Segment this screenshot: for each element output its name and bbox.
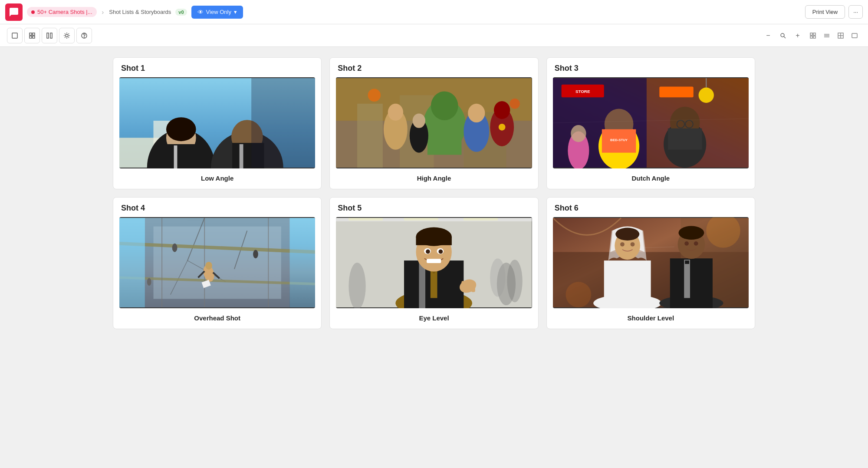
- svg-point-142: [684, 241, 689, 246]
- column-tool-button[interactable]: [42, 28, 57, 43]
- svg-point-61: [698, 88, 713, 103]
- svg-rect-5: [47, 33, 49, 38]
- svg-point-135: [630, 242, 635, 247]
- shot-title-shot1: Shot 1: [113, 58, 321, 77]
- svg-point-107: [507, 260, 523, 302]
- shot-card-shot4[interactable]: Shot 4: [113, 197, 322, 329]
- shot-title-shot6: Shot 6: [547, 198, 755, 217]
- svg-rect-13: [813, 33, 815, 35]
- svg-rect-12: [810, 33, 812, 35]
- view-mode-rows-button[interactable]: [806, 30, 819, 42]
- view-only-button[interactable]: 👁 View Only ▾: [191, 6, 243, 19]
- svg-point-45: [388, 104, 403, 121]
- header-right: Print View ···: [805, 5, 863, 19]
- svg-rect-78: [153, 227, 281, 299]
- chevron-down-icon: ▾: [234, 9, 237, 15]
- shot-label-shot6: Shoulder Level: [547, 308, 755, 329]
- svg-point-94: [147, 278, 151, 286]
- svg-rect-14: [810, 36, 812, 38]
- svg-rect-6: [50, 33, 52, 38]
- svg-point-134: [620, 242, 625, 247]
- breadcrumb-separator: ›: [102, 9, 104, 16]
- svg-rect-97: [289, 218, 315, 307]
- help-tool-button[interactable]: [76, 28, 92, 43]
- svg-rect-35: [251, 78, 315, 168]
- svg-rect-69: [668, 129, 702, 150]
- svg-rect-126: [471, 282, 475, 292]
- svg-rect-28: [166, 144, 196, 168]
- zoom-out-button[interactable]: −: [762, 30, 774, 42]
- svg-rect-15: [813, 36, 815, 38]
- zoom-in-button[interactable]: +: [792, 30, 804, 42]
- shot-card-shot6[interactable]: Shot 6: [546, 197, 755, 329]
- svg-text:STORE: STORE: [575, 89, 590, 94]
- shot-card-shot1[interactable]: Shot 1 Low Angle: [113, 57, 322, 189]
- svg-rect-2: [33, 33, 35, 35]
- more-options-button[interactable]: ···: [848, 5, 863, 19]
- svg-rect-33: [240, 144, 243, 168]
- svg-point-10: [781, 33, 784, 37]
- svg-rect-124: [462, 281, 466, 292]
- svg-rect-139: [685, 260, 689, 264]
- shot-image-shot6: [553, 217, 749, 308]
- shot-card-shot2[interactable]: Shot 2: [329, 57, 538, 189]
- toolbar: − +: [0, 24, 868, 47]
- grid-tool-button[interactable]: [24, 28, 40, 43]
- shot-image-shot3: STORE BED-STUY: [553, 77, 749, 168]
- svg-rect-110: [419, 263, 426, 308]
- svg-line-11: [784, 36, 786, 38]
- svg-point-52: [499, 124, 506, 131]
- svg-rect-3: [30, 36, 32, 38]
- svg-text:BED-STUY: BED-STUY: [610, 138, 628, 142]
- shot-image-shot1: [119, 77, 315, 168]
- shot-card-shot3[interactable]: Shot 3 STORE BED-STUY: [546, 57, 755, 189]
- svg-rect-1: [30, 33, 32, 35]
- svg-rect-138: [684, 260, 690, 298]
- logo-button[interactable]: [5, 3, 23, 21]
- svg-point-53: [368, 89, 381, 102]
- version-badge: v0: [175, 9, 187, 16]
- view-mode-full-button[interactable]: [848, 30, 861, 42]
- shot-title-shot4: Shot 4: [113, 198, 321, 217]
- project-dot: [31, 10, 35, 14]
- svg-point-42: [431, 91, 458, 120]
- frame-tool-button[interactable]: [7, 28, 23, 43]
- settings-tool-button[interactable]: [59, 28, 75, 43]
- svg-point-93: [253, 250, 258, 259]
- svg-rect-43: [427, 121, 461, 155]
- project-chip[interactable]: 50+ Camera Shots |...: [27, 7, 97, 17]
- svg-rect-122: [427, 259, 441, 263]
- view-mode-list-button[interactable]: [820, 30, 833, 42]
- shot-title-shot2: Shot 2: [330, 58, 538, 77]
- svg-point-141: [678, 226, 704, 240]
- shot-label-shot4: Overhead Shot: [113, 308, 321, 329]
- svg-rect-125: [467, 280, 471, 291]
- svg-point-106: [490, 258, 506, 297]
- svg-point-7: [66, 34, 68, 37]
- svg-point-54: [510, 99, 520, 109]
- header: 50+ Camera Shots |... › Shot Lists & Sto…: [0, 0, 868, 24]
- shot-label-shot2: High Angle: [330, 168, 538, 189]
- project-name: 50+ Camera Shots |...: [37, 9, 92, 15]
- svg-point-143: [694, 241, 698, 246]
- shot-label-shot1: Low Angle: [113, 168, 321, 189]
- shot-title-shot5: Shot 5: [330, 198, 538, 217]
- svg-point-47: [413, 113, 425, 128]
- toolbar-right: − +: [762, 30, 861, 42]
- svg-rect-117: [416, 237, 452, 245]
- zoom-icon-button[interactable]: [777, 30, 789, 42]
- svg-point-74: [571, 125, 586, 142]
- svg-point-121: [439, 250, 443, 254]
- shot-image-shot2: [336, 77, 532, 168]
- shot-label-shot5: Eye Level: [330, 308, 538, 329]
- shot-card-shot5[interactable]: Shot 5: [329, 197, 538, 329]
- view-mode-grid-button[interactable]: [834, 30, 847, 42]
- svg-rect-29: [174, 145, 178, 168]
- breadcrumb-section: Shot Lists & Storyboards: [109, 9, 171, 15]
- view-only-label: View Only: [206, 9, 231, 15]
- svg-rect-60: [659, 87, 693, 98]
- shot-title-shot3: Shot 3: [547, 58, 755, 77]
- eye-icon: 👁: [197, 9, 204, 16]
- svg-point-49: [468, 104, 485, 122]
- print-view-button[interactable]: Print View: [805, 5, 845, 19]
